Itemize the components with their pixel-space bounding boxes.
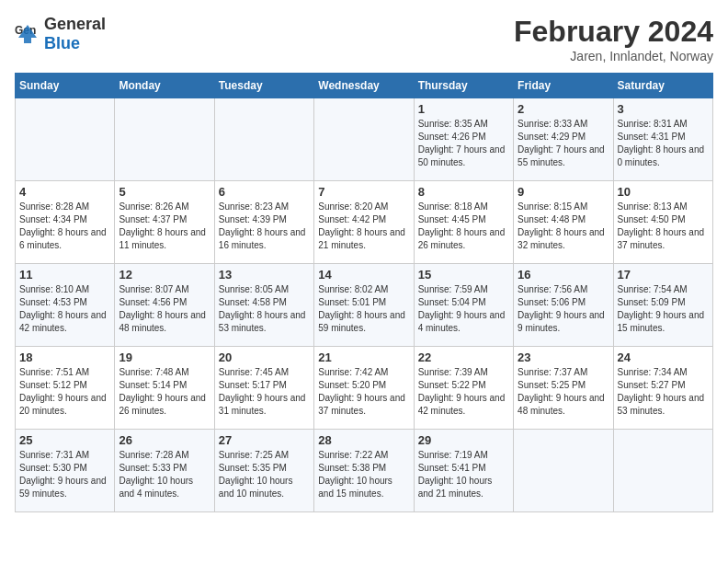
week-row-1: 1Sunrise: 8:35 AM Sunset: 4:26 PM Daylig… bbox=[16, 98, 713, 181]
day-number: 6 bbox=[219, 185, 310, 199]
calendar-cell: 11Sunrise: 8:10 AM Sunset: 4:53 PM Dayli… bbox=[16, 264, 115, 347]
day-number: 21 bbox=[318, 350, 409, 364]
title-area: February 2024 Jaren, Innlandet, Norway bbox=[514, 15, 713, 63]
col-header-tuesday: Tuesday bbox=[214, 74, 313, 98]
day-number: 29 bbox=[418, 433, 509, 447]
col-header-monday: Monday bbox=[115, 74, 214, 98]
calendar-cell: 5Sunrise: 8:26 AM Sunset: 4:37 PM Daylig… bbox=[115, 181, 214, 264]
calendar-cell: 2Sunrise: 8:33 AM Sunset: 4:29 PM Daylig… bbox=[514, 98, 613, 181]
day-number: 2 bbox=[518, 102, 609, 116]
day-info: Sunrise: 7:54 AM Sunset: 5:09 PM Dayligh… bbox=[618, 283, 709, 335]
calendar-cell bbox=[613, 430, 712, 512]
day-info: Sunrise: 8:33 AM Sunset: 4:29 PM Dayligh… bbox=[518, 118, 609, 169]
calendar-cell: 23Sunrise: 7:37 AM Sunset: 5:25 PM Dayli… bbox=[514, 347, 613, 430]
day-number: 14 bbox=[318, 268, 409, 282]
day-number: 8 bbox=[418, 185, 509, 199]
calendar-cell bbox=[314, 98, 414, 181]
calendar-cell: 20Sunrise: 7:45 AM Sunset: 5:17 PM Dayli… bbox=[214, 347, 313, 430]
calendar-cell: 7Sunrise: 8:20 AM Sunset: 4:42 PM Daylig… bbox=[314, 181, 414, 264]
col-header-friday: Friday bbox=[514, 74, 613, 98]
header: Gen General Blue February 2024 Jaren, In… bbox=[15, 15, 713, 63]
logo-general: General bbox=[44, 15, 106, 33]
calendar-cell: 24Sunrise: 7:34 AM Sunset: 5:27 PM Dayli… bbox=[613, 347, 712, 430]
calendar-cell: 13Sunrise: 8:05 AM Sunset: 4:58 PM Dayli… bbox=[214, 264, 313, 347]
day-number: 17 bbox=[618, 268, 709, 282]
calendar-cell: 19Sunrise: 7:48 AM Sunset: 5:14 PM Dayli… bbox=[115, 347, 214, 430]
calendar-cell: 3Sunrise: 8:31 AM Sunset: 4:31 PM Daylig… bbox=[613, 98, 712, 181]
day-number: 12 bbox=[119, 268, 210, 282]
calendar-cell: 8Sunrise: 8:18 AM Sunset: 4:45 PM Daylig… bbox=[414, 181, 513, 264]
calendar-cell: 12Sunrise: 8:07 AM Sunset: 4:56 PM Dayli… bbox=[115, 264, 214, 347]
day-info: Sunrise: 8:07 AM Sunset: 4:56 PM Dayligh… bbox=[119, 283, 210, 335]
calendar-cell bbox=[214, 98, 313, 181]
calendar-cell: 18Sunrise: 7:51 AM Sunset: 5:12 PM Dayli… bbox=[16, 347, 115, 430]
day-info: Sunrise: 7:51 AM Sunset: 5:12 PM Dayligh… bbox=[19, 366, 110, 418]
calendar-cell: 26Sunrise: 7:28 AM Sunset: 5:33 PM Dayli… bbox=[115, 430, 214, 512]
day-info: Sunrise: 7:37 AM Sunset: 5:25 PM Dayligh… bbox=[518, 366, 609, 418]
calendar-table: SundayMondayTuesdayWednesdayThursdayFrid… bbox=[15, 73, 713, 512]
day-info: Sunrise: 8:20 AM Sunset: 4:42 PM Dayligh… bbox=[318, 201, 409, 252]
week-row-3: 11Sunrise: 8:10 AM Sunset: 4:53 PM Dayli… bbox=[16, 264, 713, 347]
calendar-cell: 28Sunrise: 7:22 AM Sunset: 5:38 PM Dayli… bbox=[314, 430, 414, 512]
day-info: Sunrise: 7:25 AM Sunset: 5:35 PM Dayligh… bbox=[219, 449, 310, 500]
col-header-sunday: Sunday bbox=[16, 74, 115, 98]
day-info: Sunrise: 7:39 AM Sunset: 5:22 PM Dayligh… bbox=[418, 366, 509, 418]
day-number: 23 bbox=[518, 350, 609, 364]
day-number: 10 bbox=[618, 185, 709, 199]
calendar-cell: 17Sunrise: 7:54 AM Sunset: 5:09 PM Dayli… bbox=[613, 264, 712, 347]
calendar-cell: 9Sunrise: 8:15 AM Sunset: 4:48 PM Daylig… bbox=[514, 181, 613, 264]
calendar-cell: 27Sunrise: 7:25 AM Sunset: 5:35 PM Dayli… bbox=[214, 430, 313, 512]
day-number: 22 bbox=[418, 350, 509, 364]
day-info: Sunrise: 7:48 AM Sunset: 5:14 PM Dayligh… bbox=[119, 366, 210, 418]
day-info: Sunrise: 8:31 AM Sunset: 4:31 PM Dayligh… bbox=[618, 118, 709, 169]
col-header-thursday: Thursday bbox=[414, 74, 513, 98]
day-number: 11 bbox=[19, 268, 110, 282]
day-info: Sunrise: 8:35 AM Sunset: 4:26 PM Dayligh… bbox=[418, 118, 509, 169]
day-number: 25 bbox=[19, 433, 110, 447]
col-header-wednesday: Wednesday bbox=[314, 74, 414, 98]
calendar-cell: 25Sunrise: 7:31 AM Sunset: 5:30 PM Dayli… bbox=[16, 430, 115, 512]
main-title: February 2024 bbox=[514, 15, 713, 49]
calendar-cell: 22Sunrise: 7:39 AM Sunset: 5:22 PM Dayli… bbox=[414, 347, 513, 430]
day-info: Sunrise: 8:15 AM Sunset: 4:48 PM Dayligh… bbox=[518, 201, 609, 252]
day-number: 24 bbox=[618, 350, 709, 364]
subtitle: Jaren, Innlandet, Norway bbox=[514, 49, 713, 63]
day-info: Sunrise: 8:05 AM Sunset: 4:58 PM Dayligh… bbox=[219, 283, 310, 335]
day-info: Sunrise: 7:42 AM Sunset: 5:20 PM Dayligh… bbox=[318, 366, 409, 418]
calendar-cell: 4Sunrise: 8:28 AM Sunset: 4:34 PM Daylig… bbox=[16, 181, 115, 264]
day-info: Sunrise: 7:59 AM Sunset: 5:04 PM Dayligh… bbox=[418, 283, 509, 335]
calendar-cell: 21Sunrise: 7:42 AM Sunset: 5:20 PM Dayli… bbox=[314, 347, 414, 430]
day-number: 27 bbox=[219, 433, 310, 447]
calendar-cell: 16Sunrise: 7:56 AM Sunset: 5:06 PM Dayli… bbox=[514, 264, 613, 347]
day-info: Sunrise: 7:19 AM Sunset: 5:41 PM Dayligh… bbox=[418, 449, 509, 500]
day-number: 5 bbox=[119, 185, 210, 199]
day-number: 3 bbox=[618, 102, 709, 116]
day-number: 19 bbox=[119, 350, 210, 364]
calendar-cell bbox=[514, 430, 613, 512]
day-info: Sunrise: 8:18 AM Sunset: 4:45 PM Dayligh… bbox=[418, 201, 509, 252]
day-number: 1 bbox=[418, 102, 509, 116]
day-info: Sunrise: 8:02 AM Sunset: 5:01 PM Dayligh… bbox=[318, 283, 409, 335]
day-number: 13 bbox=[219, 268, 310, 282]
day-info: Sunrise: 8:28 AM Sunset: 4:34 PM Dayligh… bbox=[19, 201, 110, 252]
logo-blue: Blue bbox=[44, 34, 80, 52]
day-info: Sunrise: 7:56 AM Sunset: 5:06 PM Dayligh… bbox=[518, 283, 609, 335]
calendar-cell bbox=[115, 98, 214, 181]
day-info: Sunrise: 7:34 AM Sunset: 5:27 PM Dayligh… bbox=[618, 366, 709, 418]
calendar-cell: 15Sunrise: 7:59 AM Sunset: 5:04 PM Dayli… bbox=[414, 264, 513, 347]
day-number: 9 bbox=[518, 185, 609, 199]
day-number: 15 bbox=[418, 268, 509, 282]
week-row-2: 4Sunrise: 8:28 AM Sunset: 4:34 PM Daylig… bbox=[16, 181, 713, 264]
day-info: Sunrise: 7:45 AM Sunset: 5:17 PM Dayligh… bbox=[219, 366, 310, 418]
week-row-4: 18Sunrise: 7:51 AM Sunset: 5:12 PM Dayli… bbox=[16, 347, 713, 430]
day-number: 18 bbox=[19, 350, 110, 364]
logo: Gen General Blue bbox=[15, 15, 106, 53]
calendar-cell: 10Sunrise: 8:13 AM Sunset: 4:50 PM Dayli… bbox=[613, 181, 712, 264]
day-info: Sunrise: 7:28 AM Sunset: 5:33 PM Dayligh… bbox=[119, 449, 210, 500]
calendar-cell: 6Sunrise: 8:23 AM Sunset: 4:39 PM Daylig… bbox=[214, 181, 313, 264]
day-info: Sunrise: 7:31 AM Sunset: 5:30 PM Dayligh… bbox=[19, 449, 110, 500]
calendar-cell: 29Sunrise: 7:19 AM Sunset: 5:41 PM Dayli… bbox=[414, 430, 513, 512]
col-header-saturday: Saturday bbox=[613, 74, 712, 98]
day-info: Sunrise: 8:26 AM Sunset: 4:37 PM Dayligh… bbox=[119, 201, 210, 252]
day-info: Sunrise: 7:22 AM Sunset: 5:38 PM Dayligh… bbox=[318, 449, 409, 500]
